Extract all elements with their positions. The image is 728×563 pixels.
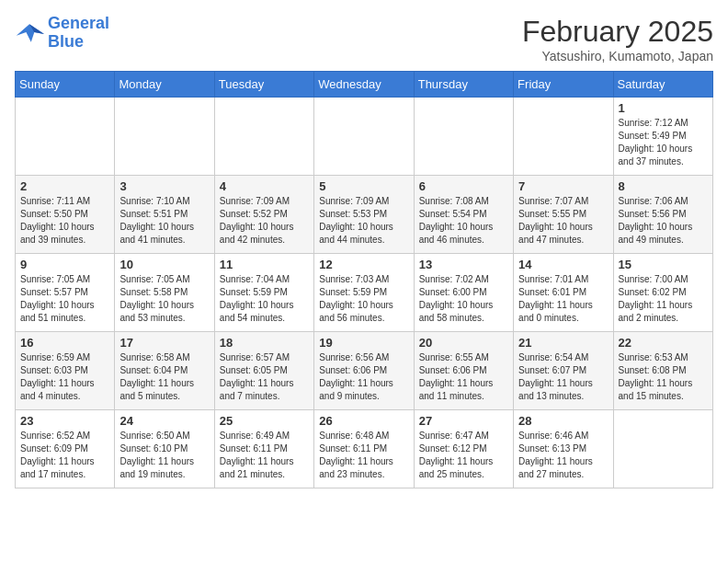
day-number: 25 bbox=[220, 414, 309, 428]
day-info: Sunrise: 7:11 AM Sunset: 5:50 PM Dayligh… bbox=[20, 195, 109, 247]
location: Yatsushiro, Kumamoto, Japan bbox=[522, 49, 713, 63]
calendar-cell: 27Sunrise: 6:47 AM Sunset: 6:12 PM Dayli… bbox=[414, 410, 513, 488]
calendar-table: SundayMondayTuesdayWednesdayThursdayFrid… bbox=[15, 71, 713, 488]
col-header-thursday: Thursday bbox=[414, 72, 513, 98]
col-header-sunday: Sunday bbox=[16, 72, 115, 98]
day-info: Sunrise: 7:01 AM Sunset: 6:01 PM Dayligh… bbox=[518, 273, 608, 325]
calendar-cell: 7Sunrise: 7:07 AM Sunset: 5:55 PM Daylig… bbox=[514, 176, 613, 254]
page-header: General Blue February 2025 Yatsushiro, K… bbox=[15, 15, 713, 63]
day-number: 16 bbox=[20, 336, 109, 350]
day-info: Sunrise: 7:09 AM Sunset: 5:52 PM Dayligh… bbox=[220, 195, 309, 247]
title-block: February 2025 Yatsushiro, Kumamoto, Japa… bbox=[522, 15, 713, 63]
day-number: 13 bbox=[419, 258, 508, 271]
day-number: 19 bbox=[319, 336, 408, 350]
col-header-saturday: Saturday bbox=[613, 72, 712, 98]
day-number: 22 bbox=[619, 336, 708, 350]
calendar-cell: 2Sunrise: 7:11 AM Sunset: 5:50 PM Daylig… bbox=[16, 176, 115, 254]
calendar-week-row: 1Sunrise: 7:12 AM Sunset: 5:49 PM Daylig… bbox=[16, 98, 713, 176]
col-header-monday: Monday bbox=[115, 72, 214, 98]
day-info: Sunrise: 7:02 AM Sunset: 6:00 PM Dayligh… bbox=[419, 273, 508, 325]
day-number: 9 bbox=[20, 258, 109, 271]
day-number: 1 bbox=[619, 101, 708, 115]
calendar-cell bbox=[613, 410, 712, 488]
calendar-cell bbox=[115, 98, 214, 176]
day-number: 8 bbox=[619, 179, 708, 193]
day-number: 17 bbox=[119, 336, 209, 350]
col-header-wednesday: Wednesday bbox=[314, 72, 414, 98]
day-number: 23 bbox=[20, 414, 109, 428]
calendar-cell bbox=[314, 98, 414, 176]
day-info: Sunrise: 6:56 AM Sunset: 6:06 PM Dayligh… bbox=[319, 351, 408, 403]
day-info: Sunrise: 6:47 AM Sunset: 6:12 PM Dayligh… bbox=[419, 430, 508, 481]
logo-text: General Blue bbox=[48, 15, 109, 52]
col-header-friday: Friday bbox=[514, 72, 613, 98]
day-info: Sunrise: 7:10 AM Sunset: 5:51 PM Dayligh… bbox=[119, 195, 209, 247]
calendar-cell bbox=[514, 98, 613, 176]
calendar-week-row: 2Sunrise: 7:11 AM Sunset: 5:50 PM Daylig… bbox=[16, 176, 713, 254]
day-info: Sunrise: 7:09 AM Sunset: 5:53 PM Dayligh… bbox=[319, 195, 408, 247]
calendar-week-row: 23Sunrise: 6:52 AM Sunset: 6:09 PM Dayli… bbox=[16, 410, 713, 488]
calendar-cell: 5Sunrise: 7:09 AM Sunset: 5:53 PM Daylig… bbox=[314, 176, 414, 254]
day-number: 14 bbox=[518, 258, 608, 271]
day-info: Sunrise: 6:57 AM Sunset: 6:05 PM Dayligh… bbox=[220, 351, 309, 403]
day-number: 3 bbox=[119, 179, 209, 193]
day-info: Sunrise: 6:52 AM Sunset: 6:09 PM Dayligh… bbox=[20, 430, 109, 481]
calendar-cell: 14Sunrise: 7:01 AM Sunset: 6:01 PM Dayli… bbox=[514, 254, 613, 332]
day-number: 21 bbox=[518, 336, 608, 350]
day-number: 5 bbox=[319, 179, 408, 193]
calendar-cell: 26Sunrise: 6:48 AM Sunset: 6:11 PM Dayli… bbox=[314, 410, 414, 488]
col-header-tuesday: Tuesday bbox=[214, 72, 313, 98]
day-info: Sunrise: 7:04 AM Sunset: 5:59 PM Dayligh… bbox=[220, 273, 309, 325]
calendar-cell bbox=[214, 98, 313, 176]
day-info: Sunrise: 6:50 AM Sunset: 6:10 PM Dayligh… bbox=[119, 430, 209, 481]
day-number: 6 bbox=[419, 179, 508, 193]
day-info: Sunrise: 7:05 AM Sunset: 5:58 PM Dayligh… bbox=[119, 273, 209, 325]
calendar-cell: 6Sunrise: 7:08 AM Sunset: 5:54 PM Daylig… bbox=[414, 176, 513, 254]
day-info: Sunrise: 6:53 AM Sunset: 6:08 PM Dayligh… bbox=[619, 351, 708, 403]
day-number: 7 bbox=[518, 179, 608, 193]
calendar-cell bbox=[16, 98, 115, 176]
calendar-week-row: 9Sunrise: 7:05 AM Sunset: 5:57 PM Daylig… bbox=[16, 254, 713, 332]
day-number: 11 bbox=[220, 258, 309, 271]
day-info: Sunrise: 7:12 AM Sunset: 5:49 PM Dayligh… bbox=[619, 117, 708, 168]
calendar-cell: 23Sunrise: 6:52 AM Sunset: 6:09 PM Dayli… bbox=[16, 410, 115, 488]
calendar-header-row: SundayMondayTuesdayWednesdayThursdayFrid… bbox=[16, 72, 713, 98]
day-info: Sunrise: 7:05 AM Sunset: 5:57 PM Dayligh… bbox=[20, 273, 109, 325]
day-number: 27 bbox=[419, 414, 508, 428]
day-info: Sunrise: 6:59 AM Sunset: 6:03 PM Dayligh… bbox=[20, 351, 109, 403]
calendar-cell: 19Sunrise: 6:56 AM Sunset: 6:06 PM Dayli… bbox=[314, 332, 414, 410]
day-number: 24 bbox=[119, 414, 209, 428]
day-info: Sunrise: 6:55 AM Sunset: 6:06 PM Dayligh… bbox=[419, 351, 508, 403]
logo: General Blue bbox=[15, 15, 109, 52]
calendar-cell: 21Sunrise: 6:54 AM Sunset: 6:07 PM Dayli… bbox=[514, 332, 613, 410]
day-info: Sunrise: 7:03 AM Sunset: 5:59 PM Dayligh… bbox=[319, 273, 408, 325]
logo-line2: Blue bbox=[48, 32, 84, 51]
calendar-cell: 15Sunrise: 7:00 AM Sunset: 6:02 PM Dayli… bbox=[613, 254, 712, 332]
calendar-cell: 3Sunrise: 7:10 AM Sunset: 5:51 PM Daylig… bbox=[115, 176, 214, 254]
calendar-cell: 8Sunrise: 7:06 AM Sunset: 5:56 PM Daylig… bbox=[613, 176, 712, 254]
logo-line1: General bbox=[48, 14, 109, 32]
calendar-cell: 13Sunrise: 7:02 AM Sunset: 6:00 PM Dayli… bbox=[414, 254, 513, 332]
day-info: Sunrise: 6:48 AM Sunset: 6:11 PM Dayligh… bbox=[319, 430, 408, 481]
calendar-cell: 11Sunrise: 7:04 AM Sunset: 5:59 PM Dayli… bbox=[214, 254, 313, 332]
calendar-cell: 22Sunrise: 6:53 AM Sunset: 6:08 PM Dayli… bbox=[613, 332, 712, 410]
calendar-cell: 18Sunrise: 6:57 AM Sunset: 6:05 PM Dayli… bbox=[214, 332, 313, 410]
calendar-cell bbox=[414, 98, 513, 176]
calendar-cell: 1Sunrise: 7:12 AM Sunset: 5:49 PM Daylig… bbox=[613, 98, 712, 176]
calendar-cell: 24Sunrise: 6:50 AM Sunset: 6:10 PM Dayli… bbox=[115, 410, 214, 488]
month-title: February 2025 bbox=[522, 15, 713, 49]
day-number: 10 bbox=[119, 258, 209, 271]
day-info: Sunrise: 7:07 AM Sunset: 5:55 PM Dayligh… bbox=[518, 195, 608, 247]
day-info: Sunrise: 6:54 AM Sunset: 6:07 PM Dayligh… bbox=[518, 351, 608, 403]
calendar-cell: 17Sunrise: 6:58 AM Sunset: 6:04 PM Dayli… bbox=[115, 332, 214, 410]
day-number: 26 bbox=[319, 414, 408, 428]
day-number: 12 bbox=[319, 258, 408, 271]
calendar-cell: 9Sunrise: 7:05 AM Sunset: 5:57 PM Daylig… bbox=[16, 254, 115, 332]
calendar-week-row: 16Sunrise: 6:59 AM Sunset: 6:03 PM Dayli… bbox=[16, 332, 713, 410]
logo-icon bbox=[15, 20, 44, 46]
day-number: 4 bbox=[220, 179, 309, 193]
day-number: 15 bbox=[619, 258, 708, 271]
calendar-cell: 28Sunrise: 6:46 AM Sunset: 6:13 PM Dayli… bbox=[514, 410, 613, 488]
calendar-cell: 25Sunrise: 6:49 AM Sunset: 6:11 PM Dayli… bbox=[214, 410, 313, 488]
day-number: 2 bbox=[20, 179, 109, 193]
